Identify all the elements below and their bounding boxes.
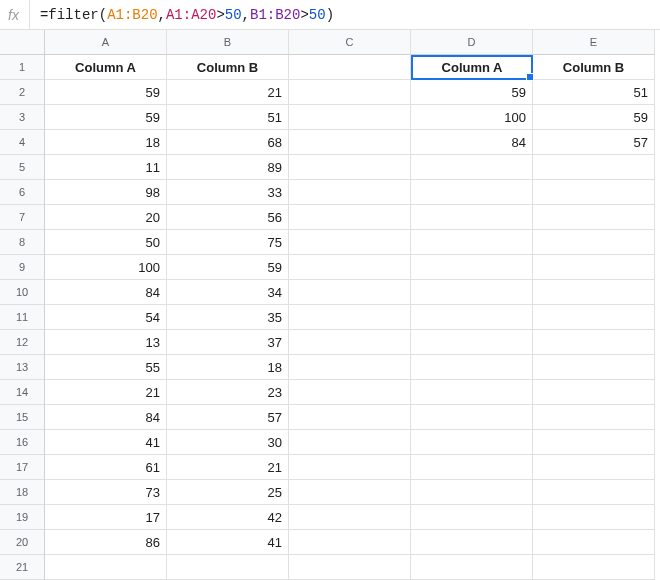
row-header-12[interactable]: 12 (0, 330, 45, 355)
cell-C12[interactable] (289, 330, 411, 355)
cell-B3[interactable]: 51 (167, 105, 289, 130)
cell-B16[interactable]: 30 (167, 430, 289, 455)
cell-B10[interactable]: 34 (167, 280, 289, 305)
column-header-A[interactable]: A (45, 30, 167, 55)
cell-C20[interactable] (289, 530, 411, 555)
cell-E3[interactable]: 59 (533, 105, 655, 130)
row-header-15[interactable]: 15 (0, 405, 45, 430)
row-header-5[interactable]: 5 (0, 155, 45, 180)
cell-B20[interactable]: 41 (167, 530, 289, 555)
cell-B9[interactable]: 59 (167, 255, 289, 280)
cell-B5[interactable]: 89 (167, 155, 289, 180)
cell-C13[interactable] (289, 355, 411, 380)
cell-B13[interactable]: 18 (167, 355, 289, 380)
cell-A14[interactable]: 21 (45, 380, 167, 405)
cell-E8[interactable] (533, 230, 655, 255)
cell-A4[interactable]: 18 (45, 130, 167, 155)
cell-D12[interactable] (411, 330, 533, 355)
row-header-8[interactable]: 8 (0, 230, 45, 255)
cell-E11[interactable] (533, 305, 655, 330)
cell-E12[interactable] (533, 330, 655, 355)
cell-B17[interactable]: 21 (167, 455, 289, 480)
cell-A19[interactable]: 17 (45, 505, 167, 530)
cell-E5[interactable] (533, 155, 655, 180)
cell-B21[interactable] (167, 555, 289, 580)
cell-A13[interactable]: 55 (45, 355, 167, 380)
cell-D2[interactable]: 59 (411, 80, 533, 105)
cell-B8[interactable]: 75 (167, 230, 289, 255)
row-header-6[interactable]: 6 (0, 180, 45, 205)
cell-D13[interactable] (411, 355, 533, 380)
column-header-E[interactable]: E (533, 30, 655, 55)
cell-B7[interactable]: 56 (167, 205, 289, 230)
cell-D7[interactable] (411, 205, 533, 230)
cell-C16[interactable] (289, 430, 411, 455)
cell-B18[interactable]: 25 (167, 480, 289, 505)
cell-A5[interactable]: 11 (45, 155, 167, 180)
row-header-1[interactable]: 1 (0, 55, 45, 80)
cell-D17[interactable] (411, 455, 533, 480)
cell-E7[interactable] (533, 205, 655, 230)
cell-D6[interactable] (411, 180, 533, 205)
cell-E9[interactable] (533, 255, 655, 280)
row-header-3[interactable]: 3 (0, 105, 45, 130)
cell-E19[interactable] (533, 505, 655, 530)
row-header-11[interactable]: 11 (0, 305, 45, 330)
cell-B6[interactable]: 33 (167, 180, 289, 205)
cell-D21[interactable] (411, 555, 533, 580)
cell-D11[interactable] (411, 305, 533, 330)
row-header-2[interactable]: 2 (0, 80, 45, 105)
cell-C2[interactable] (289, 80, 411, 105)
cell-C17[interactable] (289, 455, 411, 480)
cell-E4[interactable]: 57 (533, 130, 655, 155)
cell-D18[interactable] (411, 480, 533, 505)
cell-C14[interactable] (289, 380, 411, 405)
cell-B12[interactable]: 37 (167, 330, 289, 355)
cell-A2[interactable]: 59 (45, 80, 167, 105)
cell-C15[interactable] (289, 405, 411, 430)
cell-A9[interactable]: 100 (45, 255, 167, 280)
cell-C19[interactable] (289, 505, 411, 530)
row-header-19[interactable]: 19 (0, 505, 45, 530)
cell-E20[interactable] (533, 530, 655, 555)
cell-B2[interactable]: 21 (167, 80, 289, 105)
cell-E18[interactable] (533, 480, 655, 505)
cell-A8[interactable]: 50 (45, 230, 167, 255)
cell-C21[interactable] (289, 555, 411, 580)
cell-C7[interactable] (289, 205, 411, 230)
cell-E13[interactable] (533, 355, 655, 380)
cell-E6[interactable] (533, 180, 655, 205)
spreadsheet-grid[interactable]: ABCDE1Column AColumn BColumn AColumn B25… (0, 30, 660, 580)
cell-D9[interactable] (411, 255, 533, 280)
row-header-10[interactable]: 10 (0, 280, 45, 305)
cell-E16[interactable] (533, 430, 655, 455)
cell-C1[interactable] (289, 55, 411, 80)
cell-D4[interactable]: 84 (411, 130, 533, 155)
cell-E14[interactable] (533, 380, 655, 405)
cell-C4[interactable] (289, 130, 411, 155)
cell-A3[interactable]: 59 (45, 105, 167, 130)
cell-E2[interactable]: 51 (533, 80, 655, 105)
cell-A7[interactable]: 20 (45, 205, 167, 230)
cell-E10[interactable] (533, 280, 655, 305)
cell-C6[interactable] (289, 180, 411, 205)
cell-D20[interactable] (411, 530, 533, 555)
cell-B1[interactable]: Column B (167, 55, 289, 80)
row-header-18[interactable]: 18 (0, 480, 45, 505)
cell-E1[interactable]: Column B (533, 55, 655, 80)
cell-B19[interactable]: 42 (167, 505, 289, 530)
row-header-21[interactable]: 21 (0, 555, 45, 580)
cell-B15[interactable]: 57 (167, 405, 289, 430)
column-header-C[interactable]: C (289, 30, 411, 55)
row-header-7[interactable]: 7 (0, 205, 45, 230)
cell-A11[interactable]: 54 (45, 305, 167, 330)
cell-A10[interactable]: 84 (45, 280, 167, 305)
cell-A6[interactable]: 98 (45, 180, 167, 205)
column-header-B[interactable]: B (167, 30, 289, 55)
cell-D14[interactable] (411, 380, 533, 405)
row-header-14[interactable]: 14 (0, 380, 45, 405)
row-header-4[interactable]: 4 (0, 130, 45, 155)
select-all-corner[interactable] (0, 30, 45, 55)
cell-A12[interactable]: 13 (45, 330, 167, 355)
cell-C3[interactable] (289, 105, 411, 130)
